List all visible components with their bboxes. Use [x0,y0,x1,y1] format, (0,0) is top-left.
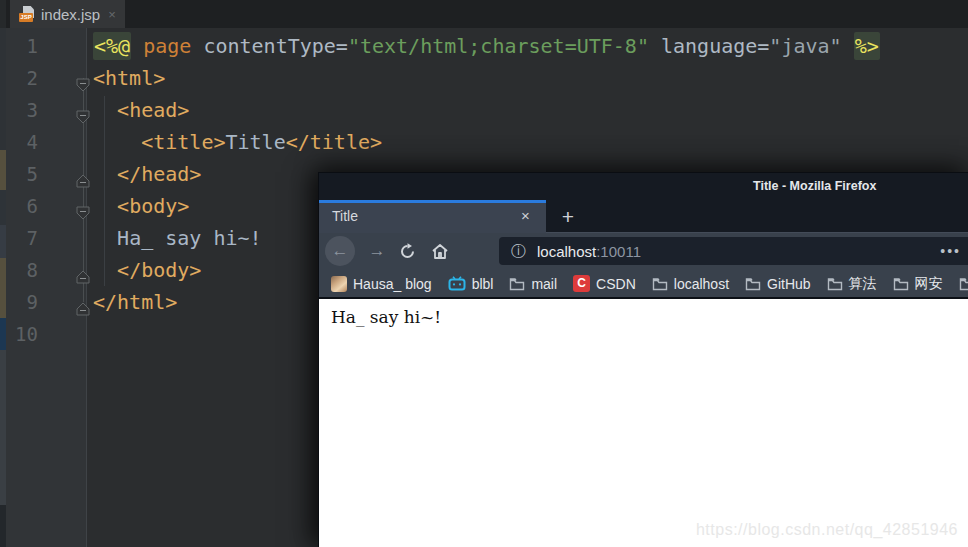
bookmark-label: blbl [472,276,494,292]
fold-open-icon[interactable] [76,71,90,85]
folder-icon [827,277,843,291]
bookmark-算法[interactable]: 算法 [827,275,877,293]
jsp-file-icon: JSP [19,6,35,22]
url-port: :10011 [596,243,641,260]
code-line[interactable]: 2<html> [6,62,968,94]
window-title: Title - Mozilla Firefox [753,179,876,193]
fold-close-icon[interactable] [76,295,90,309]
ide-tab-bar: JSP index.jsp × [6,0,968,28]
ide-tab-close-icon[interactable]: × [108,7,116,22]
ide-tab-index-jsp[interactable]: JSP index.jsp × [10,0,125,28]
bookmarks-bar: Hausa_ blogblblmailCCSDNlocalhostGitHub算… [319,270,968,299]
code-text: </head> [93,158,201,190]
line-number: 10 [6,318,38,350]
code-text: </html> [93,286,177,318]
back-button[interactable]: ← [325,236,355,266]
firefox-titlebar[interactable]: Title - Mozilla Firefox [319,173,968,200]
bookmark-mail[interactable]: mail [509,276,557,292]
code-text: <body> [93,190,189,222]
bookmark-label: localhost [674,276,729,292]
line-number: 8 [6,254,38,286]
site-info-icon[interactable]: ⓘ [511,242,526,261]
bookmark-blbl[interactable]: blbl [448,276,494,292]
folder-icon [652,277,668,291]
browser-tab-strip: Title × + [319,200,968,233]
bookmark-网安[interactable]: 网安 [893,275,943,293]
fold-open-icon[interactable] [76,199,90,213]
code-line[interactable]: 3 <head> [6,94,968,126]
page-actions-icon[interactable]: ••• [940,243,961,259]
bookmark-localhost[interactable]: localhost [652,276,729,292]
new-tab-button[interactable]: + [553,201,583,233]
line-number: 4 [6,126,38,158]
bookmark-label: 算法 [849,275,877,293]
code-text: Ha_ say hi~! [93,222,262,254]
forward-button[interactable]: → [365,233,389,270]
code-text: </body> [93,254,201,286]
tab-close-icon[interactable]: × [521,207,530,224]
address-bar[interactable]: ⓘ localhost :10011 ••• [499,237,968,265]
csdn-icon: C [573,275,590,292]
code-line[interactable]: 1<%@ page contentType="text/html;charset… [6,30,968,62]
home-icon [431,243,449,260]
page-body-text: Ha_ say hi~! [331,307,441,327]
line-number: 6 [6,190,38,222]
bookmark-label: mail [531,276,557,292]
bookmark-github[interactable]: GitHub [745,276,811,292]
bookmark-label: 网安 [915,275,943,293]
line-number: 2 [6,62,38,94]
line-number: 3 [6,94,38,126]
fold-close-icon[interactable] [76,167,90,181]
fold-close-icon[interactable] [76,263,90,277]
folder-icon [893,277,909,291]
folder-icon [509,277,525,291]
browser-tab-label: Title [332,208,358,224]
home-button[interactable] [431,243,449,261]
code-text: <%@ page contentType="text/html;charset=… [93,30,880,62]
code-line[interactable]: 4 <title>Title</title> [6,126,968,158]
line-number: 7 [6,222,38,254]
csdn-watermark: https://blog.csdn.net/qq_42851946 [696,521,958,539]
reload-icon [399,243,416,260]
back-icon: ← [332,241,349,260]
code-text: <title>Title</title> [93,126,382,158]
bookmark-label: CSDN [596,276,636,292]
code-text: <head> [93,94,189,126]
fold-open-icon[interactable] [76,103,90,117]
folder-icon [959,277,968,291]
avatar-icon [331,276,347,292]
bookmark-label: Hausa_ blog [353,276,432,292]
bookmark-赛事[interactable]: 赛事 [959,275,968,293]
bookmark-label: GitHub [767,276,811,292]
browser-tab-title[interactable]: Title × [319,200,546,233]
line-number: 5 [6,158,38,190]
firefox-window: Title - Mozilla Firefox Title × + ← → [318,172,968,547]
page-content: Ha_ say hi~! https://blog.csdn.net/qq_42… [319,299,968,547]
reload-button[interactable] [399,243,417,261]
forward-icon: → [369,241,386,260]
line-number: 1 [6,30,38,62]
browser-nav-bar: ← → ⓘ localhost :10011 ••• [319,233,968,270]
code-text: <html> [93,62,165,94]
bookmark-csdn[interactable]: CCSDN [573,275,636,292]
bookmark-hausa_-blog[interactable]: Hausa_ blog [331,276,432,292]
ide-tab-label: index.jsp [41,6,100,23]
bilibili-icon [448,276,466,291]
folder-icon [745,277,761,291]
screen: JSP index.jsp × 1<%@ page contentType="t… [0,0,968,547]
line-number: 9 [6,286,38,318]
url-host: localhost [537,243,596,260]
